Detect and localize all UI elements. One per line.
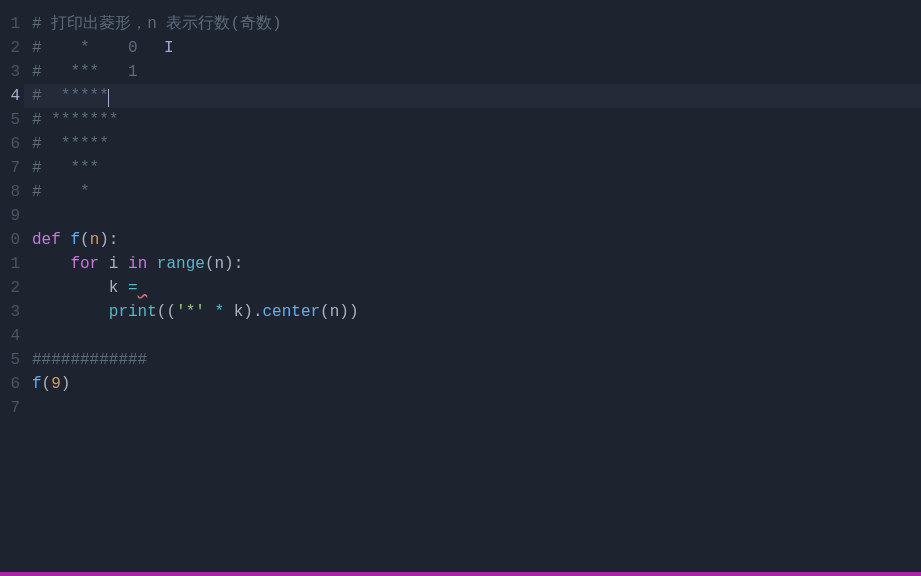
line-number: 2 bbox=[0, 36, 20, 60]
code-line[interactable]: ############ bbox=[32, 348, 921, 372]
line-number: 2 bbox=[0, 276, 20, 300]
token bbox=[32, 279, 109, 297]
token: 9 bbox=[51, 375, 61, 393]
token: # *** 1 bbox=[32, 63, 138, 81]
code-line[interactable]: # *** 1 bbox=[32, 60, 921, 84]
code-line[interactable] bbox=[32, 204, 921, 228]
token: f bbox=[32, 375, 42, 393]
token: n bbox=[90, 231, 100, 249]
token: (( bbox=[157, 303, 176, 321]
token: ############ bbox=[32, 351, 147, 369]
code-line[interactable]: for i in range(n): bbox=[32, 252, 921, 276]
code-line[interactable]: # ***** bbox=[24, 84, 921, 108]
token: '*' bbox=[176, 303, 205, 321]
code-area[interactable]: # 打印出菱形，n 表示行数(奇数)# * 0I# *** 1# *****# … bbox=[24, 0, 921, 576]
token: n bbox=[214, 255, 224, 273]
line-number: 7 bbox=[0, 156, 20, 180]
token bbox=[32, 255, 70, 273]
token: )) bbox=[339, 303, 358, 321]
code-line[interactable] bbox=[32, 324, 921, 348]
code-editor[interactable]: 12345678901234567 # 打印出菱形，n 表示行数(奇数)# * … bbox=[0, 0, 921, 576]
token: : bbox=[109, 231, 119, 249]
token: print bbox=[109, 303, 157, 321]
token: f bbox=[70, 231, 80, 249]
token bbox=[147, 255, 157, 273]
code-line[interactable]: # ***** bbox=[32, 132, 921, 156]
token: ) bbox=[61, 375, 71, 393]
token: # *** bbox=[32, 159, 99, 177]
token: center bbox=[263, 303, 321, 321]
token: # ***** bbox=[32, 87, 109, 105]
line-number: 4 bbox=[0, 324, 20, 348]
code-line[interactable]: # *** bbox=[32, 156, 921, 180]
token: i bbox=[109, 255, 119, 273]
token bbox=[224, 303, 234, 321]
token: . bbox=[253, 303, 263, 321]
token: ) bbox=[224, 255, 234, 273]
token: in bbox=[128, 255, 147, 273]
token bbox=[61, 231, 71, 249]
token: # * bbox=[32, 183, 90, 201]
code-line[interactable]: def f(n): bbox=[32, 228, 921, 252]
code-line[interactable]: # 打印出菱形，n 表示行数(奇数) bbox=[32, 12, 921, 36]
line-number: 3 bbox=[0, 300, 20, 324]
token bbox=[32, 303, 109, 321]
line-number-gutter: 12345678901234567 bbox=[0, 0, 24, 576]
token: ( bbox=[80, 231, 90, 249]
code-line[interactable]: # ******* bbox=[32, 108, 921, 132]
ibeam-cursor-icon: I bbox=[164, 36, 174, 60]
line-number: 8 bbox=[0, 180, 20, 204]
token: : bbox=[234, 255, 244, 273]
line-number: 9 bbox=[0, 204, 20, 228]
token bbox=[138, 279, 148, 297]
code-line[interactable] bbox=[32, 396, 921, 420]
token: n bbox=[330, 303, 340, 321]
token: ) bbox=[99, 231, 109, 249]
line-number: 7 bbox=[0, 396, 20, 420]
code-line[interactable]: print(('*' * k).center(n)) bbox=[32, 300, 921, 324]
token: # 打印出菱形，n 表示行数(奇数) bbox=[32, 15, 282, 33]
token bbox=[99, 255, 109, 273]
line-number: 5 bbox=[0, 348, 20, 372]
code-line[interactable]: k = bbox=[32, 276, 921, 300]
line-number: 3 bbox=[0, 60, 20, 84]
line-number: 1 bbox=[0, 252, 20, 276]
token: * bbox=[214, 303, 224, 321]
line-number: 6 bbox=[0, 372, 20, 396]
line-number: 4 bbox=[0, 84, 20, 108]
token bbox=[118, 255, 128, 273]
line-number: 5 bbox=[0, 108, 20, 132]
token: = bbox=[128, 279, 138, 297]
code-line[interactable]: # * bbox=[32, 180, 921, 204]
token: def bbox=[32, 231, 61, 249]
code-line[interactable]: f(9) bbox=[32, 372, 921, 396]
token bbox=[118, 279, 128, 297]
line-number: 1 bbox=[0, 12, 20, 36]
token: k bbox=[109, 279, 119, 297]
token: range bbox=[157, 255, 205, 273]
token: ) bbox=[243, 303, 253, 321]
token: # ******* bbox=[32, 111, 118, 129]
code-line[interactable]: # * 0I bbox=[32, 36, 921, 60]
token: ( bbox=[320, 303, 330, 321]
text-caret bbox=[108, 89, 109, 107]
status-bar bbox=[0, 572, 921, 576]
token: for bbox=[70, 255, 99, 273]
token bbox=[205, 303, 215, 321]
token: k bbox=[234, 303, 244, 321]
token: ( bbox=[42, 375, 52, 393]
token: # ***** bbox=[32, 135, 109, 153]
line-number: 6 bbox=[0, 132, 20, 156]
token: # * 0 bbox=[32, 39, 138, 57]
line-number: 0 bbox=[0, 228, 20, 252]
